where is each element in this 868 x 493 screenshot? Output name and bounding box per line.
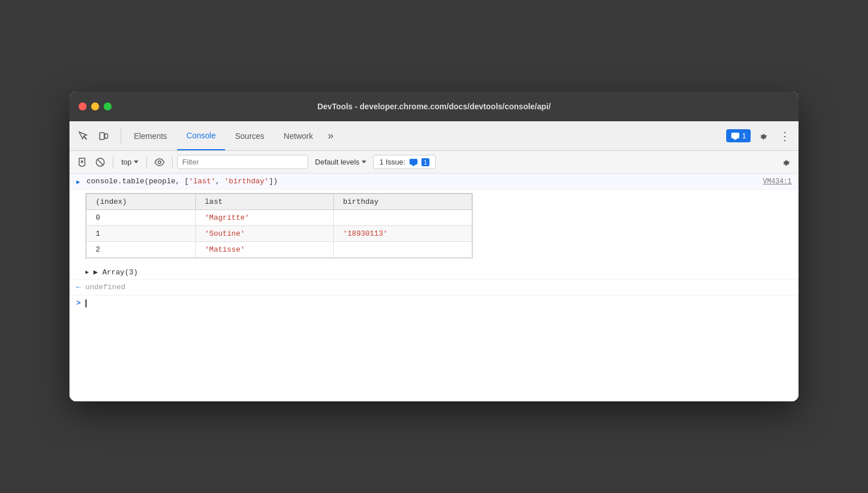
tab-divider-1 (121, 128, 121, 144)
tab-sources[interactable]: Sources (226, 121, 273, 150)
col-header-birthday: birthday (334, 194, 472, 210)
console-settings-button[interactable] (778, 154, 794, 170)
vm-link[interactable]: VM434:1 (763, 178, 792, 186)
svg-rect-2 (105, 134, 108, 138)
tab-elements[interactable]: Elements (125, 121, 176, 150)
console-input-line[interactable]: > (69, 295, 799, 311)
block-icon-button[interactable] (92, 154, 108, 170)
device-toolbar-button[interactable] (95, 127, 113, 145)
toolbar-divider-3 (172, 156, 173, 169)
cell-last-0: 'Magritte' (195, 210, 334, 226)
cell-index-0: 0 (87, 210, 196, 226)
devtools-window: DevTools - developer.chrome.com/docs/dev… (69, 92, 799, 401)
cell-birthday-1: '18930113' (334, 226, 472, 242)
tabs-list: Elements Console Sources Network » (125, 121, 338, 150)
titlebar: DevTools - developer.chrome.com/docs/dev… (69, 92, 799, 121)
console-secondary-toolbar: top Default levels 1 Issue: 1 (69, 151, 799, 174)
console-table-wrapper: (index) last birthday 0 'Magritte' 1 (85, 193, 473, 258)
tab-more-button[interactable]: » (323, 121, 338, 150)
message-icon (731, 132, 740, 140)
svg-point-10 (158, 161, 161, 163)
chevron-down-icon (362, 161, 366, 163)
eye-button[interactable] (152, 154, 167, 170)
expand-arrow[interactable]: ▶ (76, 178, 82, 186)
array-toggle-icon[interactable]: ▶ (85, 269, 89, 276)
table-row: 0 'Magritte' (87, 210, 472, 226)
more-options-button[interactable]: ⋮ (776, 127, 794, 145)
cursor-blink (85, 299, 87, 307)
col-header-index: (index) (87, 194, 196, 210)
svg-line-9 (97, 159, 104, 165)
toolbar-divider-2 (146, 156, 147, 169)
svg-rect-11 (410, 159, 417, 165)
table-header-row: (index) last birthday (87, 194, 472, 210)
console-content: ▶ console.table(people, ['last', 'birthd… (69, 174, 799, 401)
issues-count-badge: 1 (421, 158, 429, 166)
tab-console[interactable]: Console (177, 121, 224, 150)
svg-rect-1 (100, 133, 104, 139)
left-arrow-icon: ← (76, 283, 81, 291)
settings-button[interactable] (754, 127, 772, 145)
svg-line-0 (84, 136, 87, 139)
svg-marker-5 (79, 158, 85, 167)
window-title: DevTools - developer.chrome.com/docs/dev… (317, 102, 551, 111)
clear-console-button[interactable] (74, 154, 90, 170)
devtools-tabs-bar: Elements Console Sources Network » (69, 121, 799, 151)
svg-marker-4 (733, 138, 738, 140)
array-line: ▶ ▶ Array(3) (69, 265, 799, 279)
issues-button[interactable]: 1 Issue: 1 (373, 155, 436, 169)
cell-index-1: 1 (87, 226, 196, 242)
filter-input[interactable] (177, 155, 308, 169)
console-command-text: console.table(people, ['last', 'birthday… (87, 177, 763, 186)
cell-last-2: 'Matisse' (195, 242, 334, 258)
cell-birthday-2 (334, 242, 472, 258)
log-levels-button[interactable]: Default levels (310, 155, 371, 169)
cell-birthday-0 (334, 210, 472, 226)
inspect-element-button[interactable] (74, 127, 92, 145)
table-row: 2 'Matisse' (87, 242, 472, 258)
svg-rect-3 (731, 133, 739, 138)
undefined-value: undefined (85, 283, 125, 291)
toolbar-divider-1 (113, 156, 113, 169)
ellipsis-icon: ⋮ (779, 129, 791, 143)
cell-index-2: 2 (87, 242, 196, 258)
traffic-lights (79, 102, 112, 110)
messages-badge-button[interactable]: 1 (726, 129, 751, 142)
console-command-line: ▶ console.table(people, ['last', 'birthd… (69, 174, 799, 190)
tab-icons (74, 127, 113, 145)
minimize-button[interactable] (91, 102, 99, 110)
chevron-down-icon (134, 161, 138, 163)
cell-last-1: 'Soutine' (195, 226, 334, 242)
table-row: 1 'Soutine' '18930113' (87, 226, 472, 242)
col-header-last: last (195, 194, 334, 210)
svg-marker-12 (411, 165, 416, 166)
tab-network[interactable]: Network (275, 121, 322, 150)
maximize-button[interactable] (104, 102, 112, 110)
tabs-right-actions: 1 ⋮ (726, 127, 794, 145)
close-button[interactable] (79, 102, 87, 110)
array-label: ▶ Array(3) (93, 268, 138, 277)
input-prompt-icon: > (76, 299, 81, 307)
console-table: (index) last birthday 0 'Magritte' 1 (86, 194, 472, 258)
context-selector[interactable]: top (118, 157, 142, 167)
undefined-output-line: ← undefined (69, 279, 799, 295)
table-output-container: (index) last birthday 0 'Magritte' 1 (69, 190, 799, 265)
